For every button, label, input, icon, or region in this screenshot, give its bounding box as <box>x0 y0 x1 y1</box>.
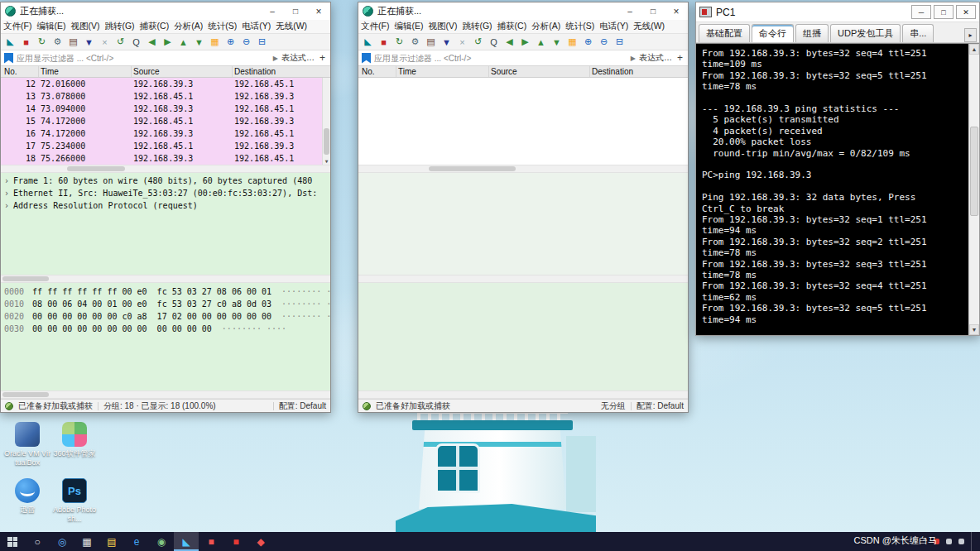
colorize-icon[interactable]: ▦ <box>208 36 222 49</box>
zoom-out-icon[interactable]: ⊖ <box>597 36 611 49</box>
expression-button[interactable]: 表达式… <box>281 52 315 64</box>
titlebar[interactable]: 正在捕获... <box>1 2 330 20</box>
menu-item[interactable]: 视图(V) <box>68 21 102 32</box>
open-file-icon[interactable]: ▤ <box>424 36 438 49</box>
zoom-in-icon[interactable]: ⊕ <box>223 36 238 49</box>
column-destination[interactable]: Destination <box>233 66 330 77</box>
packet-detail-pane[interactable] <box>358 173 688 275</box>
menu-item[interactable]: 视图(V) <box>425 21 459 32</box>
column-source[interactable]: Source <box>132 66 233 77</box>
menu-item[interactable]: 分析(A) <box>529 21 563 32</box>
desktop-icon-xunlei[interactable]: 迅雷 <box>4 478 50 515</box>
edge-icon[interactable]: e <box>124 532 149 551</box>
close-button[interactable] <box>307 2 330 20</box>
wireshark-icon[interactable]: ◣ <box>174 532 199 551</box>
capture-start-icon[interactable]: ◣ <box>3 36 17 49</box>
menu-item[interactable]: 文件(F) <box>1 21 34 32</box>
menu-item[interactable]: 无线(W) <box>273 21 310 32</box>
show-desktop-button[interactable] <box>971 532 975 551</box>
detail-hscrollbar[interactable] <box>358 275 688 283</box>
menu-item[interactable]: 编辑(E) <box>34 21 68 32</box>
find-packet-icon[interactable]: Q <box>487 36 501 49</box>
menu-item[interactable]: 无线(W) <box>631 21 667 32</box>
cortana-icon[interactable]: ◎ <box>50 532 74 551</box>
display-filter-input[interactable] <box>17 54 270 63</box>
filter-apply-icon[interactable] <box>631 55 636 62</box>
hex-row[interactable]: 001008 00 06 04 00 01 00 e0 fc 53 03 27 … <box>4 298 330 310</box>
menu-item[interactable]: 分析(A) <box>171 21 205 32</box>
go-last-icon[interactable]: ▼ <box>192 36 206 49</box>
capture-stop-icon[interactable]: ■ <box>377 36 391 49</box>
go-back-icon[interactable]: ◀ <box>145 36 159 49</box>
file-explorer-icon[interactable]: ▤ <box>99 532 124 551</box>
hex-row[interactable]: 0000ff ff ff ff ff ff 00 e0 fc 53 03 27 … <box>4 285 330 298</box>
packet-row[interactable]: 18 75.266000 192.168.39.3 192.168.45.1 <box>1 152 330 165</box>
maximize-button[interactable] <box>641 2 665 20</box>
column-no[interactable]: No. <box>358 66 396 77</box>
packet-row[interactable]: 13 73.078000 192.168.45.1 192.168.39.3 <box>1 90 330 103</box>
filter-bookmark-icon[interactable] <box>362 53 371 64</box>
scroll-down-icon[interactable] <box>969 324 979 335</box>
terminal-output[interactable]: From 192.168.39.3: bytes=32 seq=4 ttl=25… <box>696 44 968 335</box>
packet-row[interactable]: 14 73.094000 192.168.39.3 192.168.45.1 <box>1 103 330 115</box>
expert-info-icon[interactable] <box>363 402 371 410</box>
find-packet-icon[interactable]: Q <box>129 36 143 49</box>
titlebar[interactable]: 正在捕获... <box>358 2 688 20</box>
packet-list-hscrollbar[interactable] <box>1 165 330 173</box>
terminal-scrollbar[interactable] <box>968 44 979 335</box>
pc1-tab[interactable]: 基础配置 <box>699 24 750 42</box>
scroll-down-icon[interactable] <box>323 156 330 165</box>
packet-row[interactable]: 17 75.234000 192.168.45.1 192.168.39.3 <box>1 140 330 152</box>
menu-item[interactable]: 电话(Y) <box>239 21 273 32</box>
scroll-up-icon[interactable] <box>969 44 979 55</box>
menu-item[interactable]: 编辑(E) <box>392 21 425 32</box>
task-view-icon[interactable]: ▦ <box>74 532 99 551</box>
column-no[interactable]: No. <box>1 66 39 77</box>
capture-restart-icon[interactable]: ↻ <box>392 36 406 49</box>
pc1-tab[interactable]: 组播 <box>795 24 829 42</box>
tray-app-icon[interactable] <box>958 539 964 544</box>
expert-info-icon[interactable] <box>5 402 13 410</box>
column-destination[interactable]: Destination <box>590 66 688 77</box>
packet-row[interactable]: 15 74.172000 192.168.45.1 192.168.39.3 <box>1 115 330 127</box>
menu-item[interactable]: 跳转(G) <box>459 21 494 32</box>
desktop-icon-photoshop[interactable]: Ps Adobe Photosh... <box>51 478 98 524</box>
menu-item[interactable]: 捕获(C) <box>495 21 530 32</box>
capture-start-icon[interactable]: ◣ <box>361 36 375 49</box>
packet-detail-pane[interactable]: Frame 1: 60 bytes on wire (480 bits), 60… <box>1 173 330 275</box>
close-file-icon[interactable]: × <box>98 36 112 49</box>
scrollbar-thumb[interactable] <box>67 166 125 171</box>
pc1-tab[interactable]: 命令行 <box>752 24 794 42</box>
close-file-icon[interactable]: × <box>455 36 469 49</box>
packet-list[interactable] <box>358 78 688 165</box>
zoom-in-icon[interactable]: ⊕ <box>581 36 595 49</box>
colorize-icon[interactable]: ▦ <box>565 36 579 49</box>
pdf-app-icon[interactable]: ■ <box>199 532 223 551</box>
hex-row[interactable]: 003000 00 00 00 00 00 00 00 00 00 00 00·… <box>4 323 330 335</box>
pc1-tab[interactable]: 串... <box>902 24 934 42</box>
tab-scroll-right-icon[interactable] <box>964 28 977 42</box>
filter-bookmark-icon[interactable] <box>4 53 13 64</box>
desktop-icon-virtualbox[interactable]: Oracle VM VirtualBox <box>4 422 50 467</box>
go-forward-icon[interactable]: ▶ <box>161 36 175 49</box>
capture-options-icon[interactable]: ⚙ <box>50 36 65 49</box>
media-app-icon[interactable]: ■ <box>223 532 248 551</box>
capture-options-icon[interactable]: ⚙ <box>408 36 422 49</box>
go-first-icon[interactable]: ▲ <box>534 36 548 49</box>
minimize-button[interactable] <box>261 2 284 20</box>
menu-item[interactable]: 文件(F) <box>358 21 392 32</box>
packet-list-hscrollbar[interactable] <box>358 165 688 173</box>
minimize-button[interactable] <box>618 2 641 20</box>
detail-hscrollbar[interactable] <box>1 275 330 283</box>
open-file-icon[interactable]: ▤ <box>66 36 80 49</box>
packet-list[interactable]: 12 72.016000 192.168.39.3 192.168.45.1 1… <box>1 78 330 165</box>
packet-list-vscrollbar[interactable] <box>322 78 330 165</box>
scrollbar-thumb[interactable] <box>324 128 329 155</box>
resize-columns-icon[interactable]: ⊟ <box>612 36 627 49</box>
close-button[interactable] <box>956 5 976 19</box>
status-profile[interactable]: 配置: Default <box>279 400 326 412</box>
column-time[interactable]: Time <box>396 66 489 77</box>
go-last-icon[interactable]: ▼ <box>550 36 564 49</box>
detail-row[interactable]: Address Resolution Protocol (request) <box>1 199 330 212</box>
close-button[interactable] <box>665 2 688 20</box>
